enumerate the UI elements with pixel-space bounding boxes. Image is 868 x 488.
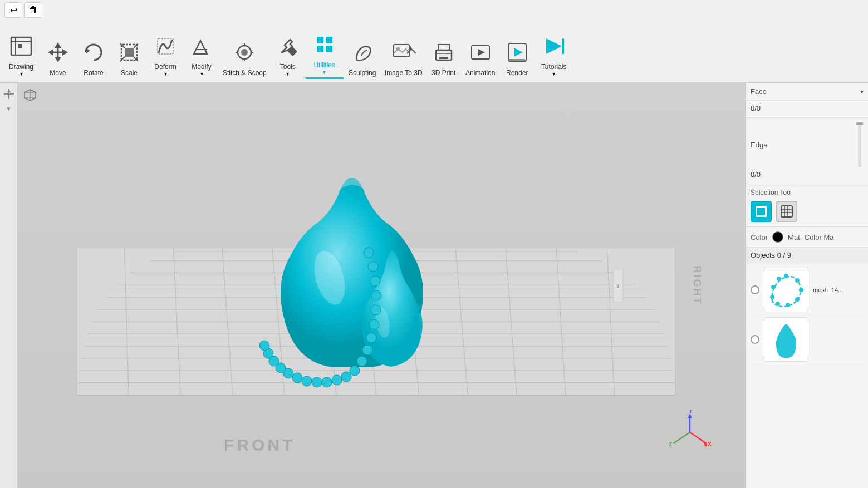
svg-point-88 [302,376,312,386]
svg-point-75 [368,262,378,272]
objects-header: Objects 0 / 9 [746,248,868,263]
svg-marker-10 [86,48,90,53]
list-item[interactable] [748,315,866,364]
viewport-front-label: FRONT [224,436,295,455]
selection-tools-label: Selection Too [751,189,864,196]
svg-line-67 [455,249,468,395]
svg-rect-28 [326,46,332,52]
svg-point-81 [362,345,372,355]
toolbar-stitch-label: Stitch & Scoop [223,69,267,77]
toolbar-render-label: Render [506,69,528,77]
svg-marker-4 [55,42,61,48]
toolbar-item-deform[interactable]: Deform▾ [147,29,184,79]
svg-point-74 [364,248,374,258]
svg-marker-45 [77,249,675,395]
svg-rect-26 [326,37,332,43]
toolbar-3d-print-label: 3D Print [431,69,455,77]
stitch-scoop-icon [230,38,259,67]
toolbar-sculpting-label: Sculpting [349,69,376,77]
toolbar-tools-label: Tools [280,63,296,71]
svg-line-60 [124,249,129,395]
svg-line-68 [506,249,517,395]
modify-icon [187,32,216,61]
toolbar-item-scale[interactable]: Scale [111,36,147,79]
toolbar-item-stitch-scoop[interactable]: Stitch & Scoop [219,36,270,79]
toolbar-item-move[interactable]: Move [40,36,76,79]
svg-point-85 [332,375,342,385]
svg-marker-36 [478,49,485,56]
right-panel: Face ▾ 0/0 Edge 0/0 Selection Too [746,83,868,488]
face-dropdown-arrow[interactable]: ▾ [860,88,864,96]
svg-point-116 [799,288,803,292]
svg-marker-6 [48,49,53,56]
edge-right-indicator [858,122,861,167]
radio-btn-1[interactable] [751,285,759,294]
3d-objects [229,155,497,395]
svg-point-78 [371,305,381,315]
toolbar-item-tools[interactable]: Tools▾ [270,29,306,79]
tools-icon [273,32,302,61]
color-swatch[interactable] [772,231,783,243]
undo-button[interactable]: ↩ [4,2,22,18]
svg-point-87 [312,377,322,387]
svg-line-62 [222,249,233,395]
svg-marker-96 [688,413,692,418]
svg-line-65 [362,249,376,395]
radio-btn-2[interactable] [751,335,759,344]
toolbar-item-tutorials[interactable]: Tutorials▾ [535,29,573,79]
face-label: Face [751,87,856,96]
3d-print-icon [429,38,458,67]
toolbar-item-drawing[interactable]: Drawing▾ [2,29,40,79]
toolbar-item-rotate[interactable]: Rotate [76,36,111,79]
toolbar-item-render[interactable]: Render [499,36,535,79]
viewport-right-label: RIGHT [691,266,703,305]
delete-button[interactable]: 🗑 [24,2,42,18]
svg-rect-12 [125,48,134,57]
svg-point-79 [369,319,379,329]
toolbar-item-animation[interactable]: Animation [462,36,499,79]
face-count: 0/0 [751,104,761,112]
toolbar-item-modify[interactable]: Modify▾ [184,29,219,79]
cube-nav[interactable] [22,87,38,103]
down-arrow-icon[interactable]: ▼ [2,104,16,113]
select-solid-button[interactable] [751,201,772,222]
svg-point-121 [771,285,776,289]
toolbar-deform-label: Deform [154,63,176,71]
toolbar-item-image-to-3d[interactable]: Image To 3D [381,36,426,79]
svg-marker-38 [514,48,523,57]
svg-point-80 [366,333,376,343]
grid-floor [40,139,712,413]
viewport[interactable]: FRONT RIGHT Y X Z › [18,83,746,488]
toolbar-image-to-3d-label: Image To 3D [385,69,423,77]
expand-panel-button[interactable]: › [613,269,623,302]
svg-text:Y: Y [689,410,693,414]
image-to-3d-icon [389,38,418,67]
svg-rect-32 [438,45,449,50]
toolbar-move-label: Move [50,69,66,77]
animation-icon [466,38,495,67]
svg-point-93 [263,348,273,358]
toolbar-item-sculpting[interactable]: Sculpting [344,36,381,79]
svg-point-77 [371,290,381,300]
toolbar-item-3d-print[interactable]: 3D Print [426,36,462,79]
svg-line-69 [556,249,565,395]
obj-thumbnail-1 [764,268,808,312]
move-icon [43,38,72,67]
svg-rect-3 [18,44,22,48]
svg-point-84 [341,372,351,382]
toolbar-item-utilities[interactable]: Utilities▾ [306,28,344,79]
toolbar-tutorials-label: Tutorials [541,63,567,71]
svg-line-101 [673,432,690,443]
utilities-icon [310,30,339,59]
svg-line-66 [405,249,419,395]
obj-name-1: mesh_14... [813,287,843,293]
axis-icon[interactable] [2,87,16,101]
svg-text:X: X [708,441,712,447]
svg-rect-33 [439,57,448,59]
select-wireframe-button[interactable] [776,201,797,222]
svg-line-98 [690,432,707,443]
list-item[interactable]: mesh_14... [748,265,866,315]
deform-icon [151,32,180,61]
svg-text:Z: Z [669,441,672,447]
svg-point-92 [269,356,279,366]
